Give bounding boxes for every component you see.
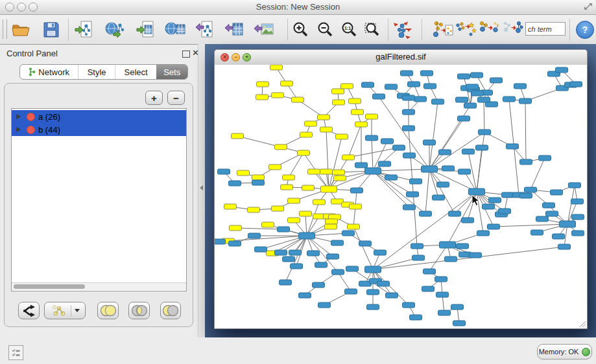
network-node[interactable] — [359, 241, 372, 246]
network-node[interactable] — [445, 256, 457, 262]
network-node[interactable] — [281, 185, 293, 190]
remove-set-button[interactable]: − — [167, 91, 185, 105]
expand-icon[interactable] — [16, 114, 21, 119]
network-node[interactable] — [442, 166, 455, 171]
network-node[interactable] — [336, 134, 348, 139]
network-node[interactable] — [307, 251, 320, 256]
network-node[interactable] — [269, 165, 281, 170]
network-node[interactable] — [326, 219, 338, 224]
network-node[interactable] — [520, 193, 532, 198]
network-node[interactable] — [403, 153, 416, 158]
network-node[interactable] — [403, 109, 415, 115]
network-node[interactable] — [502, 192, 514, 198]
network-node[interactable] — [272, 93, 284, 98]
network-node[interactable] — [519, 98, 532, 104]
network-node[interactable] — [393, 145, 405, 150]
network-node[interactable] — [470, 253, 482, 258]
network-node[interactable] — [466, 84, 479, 89]
network-view-window[interactable]: ✕ − + galFiltered.sif — [214, 49, 588, 329]
network-node[interactable] — [432, 99, 444, 104]
network-node[interactable] — [514, 84, 527, 89]
network-node[interactable] — [281, 81, 293, 86]
network-node[interactable] — [252, 180, 265, 185]
network-node[interactable] — [362, 82, 374, 87]
network-node[interactable] — [422, 286, 435, 291]
network-window-titlebar[interactable]: ✕ − + galFiltered.sif — [215, 50, 587, 65]
network-node[interactable] — [560, 221, 576, 227]
network-node[interactable] — [257, 82, 269, 87]
network-node[interactable] — [252, 175, 265, 180]
network-node[interactable] — [499, 209, 511, 214]
network-node[interactable] — [342, 155, 355, 160]
network-node[interactable] — [572, 231, 584, 236]
network-node[interactable] — [224, 204, 237, 209]
network-node[interactable] — [218, 169, 230, 174]
tab-sets[interactable]: Sets — [156, 65, 187, 79]
network-node[interactable] — [570, 82, 582, 87]
network-node[interactable] — [459, 169, 471, 174]
network-node[interactable] — [315, 262, 328, 267]
network-node[interactable] — [464, 103, 477, 108]
network-node[interactable] — [332, 269, 344, 275]
intersect-sets-button[interactable] — [128, 302, 150, 319]
network-node[interactable] — [407, 192, 419, 197]
network-node[interactable] — [558, 244, 571, 249]
network-node[interactable] — [345, 289, 357, 294]
import-table-file-button[interactable] — [135, 18, 158, 41]
network-node[interactable] — [403, 95, 415, 100]
network-node[interactable] — [438, 310, 451, 315]
network-node[interactable] — [436, 292, 449, 297]
import-network-web-button[interactable] — [104, 18, 127, 41]
network-node[interactable] — [462, 149, 475, 154]
network-node[interactable] — [536, 216, 549, 222]
network-node[interactable] — [308, 169, 320, 174]
network-node[interactable] — [437, 182, 449, 187]
network-node[interactable] — [302, 185, 315, 190]
network-node[interactable] — [300, 132, 313, 137]
network-node[interactable] — [355, 163, 368, 168]
toolbar-drag-handle[interactable] — [3, 19, 7, 39]
import-network-file-button[interactable] — [73, 18, 97, 41]
network-node[interactable] — [292, 97, 304, 102]
zoom-selected-button[interactable] — [361, 18, 384, 41]
network-node[interactable] — [327, 254, 339, 259]
network-node[interactable] — [318, 115, 330, 120]
network-node[interactable] — [289, 250, 302, 255]
network-node[interactable] — [556, 67, 568, 73]
network-node[interactable] — [414, 97, 427, 102]
network-node[interactable] — [299, 293, 311, 298]
network-node[interactable] — [456, 97, 468, 102]
network-node[interactable] — [423, 140, 436, 145]
network-node[interactable] — [525, 187, 537, 192]
scrollbar-thumb[interactable] — [14, 284, 85, 289]
network-node[interactable] — [365, 266, 381, 273]
network-node[interactable] — [403, 126, 415, 131]
import-table-web-button[interactable] — [163, 18, 187, 41]
network-node[interactable] — [379, 161, 391, 166]
network-node[interactable] — [229, 181, 241, 186]
network-node[interactable] — [403, 205, 416, 210]
collapse-panel-icon[interactable] — [200, 185, 203, 190]
network-node[interactable] — [334, 176, 346, 181]
network-node[interactable] — [270, 65, 283, 70]
network-node[interactable] — [410, 179, 422, 184]
network-node[interactable] — [341, 84, 353, 89]
network-node[interactable] — [421, 71, 433, 76]
network-node[interactable] — [262, 222, 274, 227]
network-node[interactable] — [386, 293, 398, 298]
titlebar[interactable]: Session: New Session — [0, 0, 596, 15]
network-node[interactable] — [248, 233, 261, 238]
network-node[interactable] — [385, 175, 398, 180]
network-node[interactable] — [305, 121, 317, 126]
network-node[interactable] — [325, 224, 337, 229]
network-node[interactable] — [477, 231, 490, 236]
network-node[interactable] — [272, 206, 284, 211]
network-node[interactable] — [423, 269, 436, 274]
union-sets-button[interactable] — [97, 302, 119, 319]
network-node[interactable] — [490, 78, 503, 83]
network-node[interactable] — [483, 204, 495, 209]
network-node[interactable] — [288, 218, 300, 223]
network-node[interactable] — [489, 198, 501, 203]
network-node[interactable] — [374, 250, 387, 255]
network-node[interactable] — [572, 214, 584, 220]
